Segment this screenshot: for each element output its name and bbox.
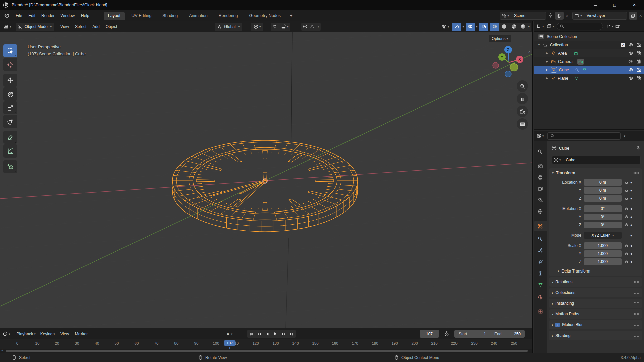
outliner-row-area[interactable]: ▶ Area bbox=[534, 49, 644, 57]
panel-drag-grip[interactable] bbox=[634, 313, 639, 315]
lock-icon[interactable] bbox=[624, 206, 629, 211]
use-preview-range-button[interactable] bbox=[442, 330, 452, 338]
new-collection-icon[interactable] bbox=[615, 24, 620, 29]
outliner-editor-type-button[interactable]: ▾ bbox=[535, 22, 545, 31]
jump-to-end-button[interactable] bbox=[287, 330, 296, 338]
gizmo-dropdown-chevron[interactable]: ▾ bbox=[462, 25, 464, 28]
shading-panel[interactable]: ›Shading bbox=[549, 331, 642, 340]
shading-rendered-button[interactable] bbox=[518, 23, 528, 31]
close-button[interactable]: × bbox=[625, 0, 644, 10]
menu-file[interactable]: File bbox=[13, 12, 25, 19]
tab-tool[interactable] bbox=[534, 147, 547, 157]
animate-dot[interactable]: ● bbox=[629, 196, 634, 200]
tool-transform[interactable] bbox=[3, 115, 17, 128]
expand-arrow-icon[interactable]: ▶ bbox=[545, 77, 549, 80]
instancing-panel[interactable]: ›Instancing bbox=[549, 299, 642, 308]
lock-icon[interactable] bbox=[624, 188, 629, 192]
minimize-button[interactable]: ─ bbox=[586, 0, 605, 10]
keying-menu[interactable]: Keying▾ bbox=[38, 330, 57, 338]
tab-geometry-nodes[interactable]: Geometry Nodes bbox=[245, 12, 285, 20]
tab-object-data[interactable] bbox=[534, 280, 547, 290]
animate-dot[interactable]: ● bbox=[629, 180, 634, 184]
editor-type-button[interactable]: ▾ bbox=[1, 23, 14, 31]
current-frame-badge[interactable]: 107 bbox=[224, 340, 235, 346]
animate-dot[interactable]: ● bbox=[629, 233, 634, 237]
outliner-row-plane[interactable]: ▶ Plane bbox=[534, 74, 644, 82]
outliner-row-scene-collection[interactable]: Scene Collection bbox=[534, 32, 644, 41]
tab-material[interactable] bbox=[534, 292, 547, 302]
frame-start-field[interactable]: Start1 bbox=[454, 330, 490, 338]
location-y-field[interactable]: 0 m bbox=[584, 187, 622, 194]
location-x-field[interactable]: 0 m bbox=[584, 179, 622, 186]
snap-to-icon[interactable] bbox=[281, 24, 286, 29]
delete-scene-icon[interactable]: × bbox=[566, 13, 568, 18]
current-frame-field[interactable]: 107 bbox=[420, 330, 439, 338]
tab-world[interactable] bbox=[534, 206, 547, 217]
outliner-row-collection[interactable]: ▼ Collection ✓ bbox=[534, 41, 644, 49]
render-visibility-icon[interactable] bbox=[636, 59, 641, 64]
shading-solid-button[interactable] bbox=[499, 23, 509, 31]
tool-select-box[interactable] bbox=[3, 44, 17, 57]
pan-view-button[interactable] bbox=[517, 93, 528, 104]
rotation-mode-dropdown[interactable]: XYZ Euler▾ bbox=[584, 232, 622, 239]
tool-add-cube[interactable] bbox=[3, 160, 17, 173]
animate-dot[interactable]: ● bbox=[629, 207, 634, 211]
tool-cursor[interactable] bbox=[3, 58, 17, 71]
motion-paths-panel[interactable]: ›Motion Paths bbox=[549, 309, 642, 319]
scene-name-field[interactable]: Scene bbox=[511, 12, 546, 20]
tab-uv-editing[interactable]: UV Editing bbox=[127, 12, 156, 20]
tab-object[interactable] bbox=[534, 221, 547, 231]
lock-icon[interactable] bbox=[624, 243, 629, 248]
lock-icon[interactable] bbox=[624, 223, 629, 227]
panel-drag-grip[interactable] bbox=[634, 281, 639, 283]
next-keyframe-button[interactable] bbox=[279, 330, 287, 338]
menu-edit[interactable]: Edit bbox=[25, 12, 38, 19]
tab-layout[interactable]: Layout bbox=[104, 12, 125, 20]
proportional-editing-icon[interactable] bbox=[303, 24, 308, 29]
animate-dot[interactable]: ● bbox=[629, 215, 634, 219]
camera-view-button[interactable] bbox=[517, 106, 528, 117]
render-visibility-icon[interactable] bbox=[636, 67, 641, 72]
lock-icon[interactable] bbox=[624, 180, 629, 184]
animate-dot[interactable]: ● bbox=[629, 223, 634, 227]
panel-drag-grip[interactable] bbox=[634, 302, 639, 305]
playback-menu[interactable]: Playback▾ bbox=[14, 330, 38, 338]
timeline-marker-menu[interactable]: Marker bbox=[72, 330, 91, 338]
blender-menu-icon[interactable] bbox=[3, 13, 10, 18]
tab-render[interactable] bbox=[534, 161, 547, 171]
viewport-menu-add[interactable]: Add bbox=[89, 23, 102, 31]
tab-output[interactable] bbox=[534, 172, 547, 182]
hide-eye-icon[interactable] bbox=[628, 42, 633, 47]
prev-keyframe-button[interactable] bbox=[255, 330, 263, 338]
outliner-filter-button[interactable]: ▾ bbox=[605, 22, 614, 31]
properties-search-input[interactable] bbox=[547, 132, 621, 140]
lock-icon[interactable] bbox=[624, 215, 629, 219]
hide-eye-icon[interactable] bbox=[628, 59, 633, 64]
menu-render[interactable]: Render bbox=[38, 12, 57, 19]
panel-drag-grip[interactable] bbox=[634, 291, 639, 294]
tool-move[interactable] bbox=[3, 74, 17, 87]
collection-checkbox[interactable]: ✓ bbox=[621, 43, 625, 47]
timeline-editor-type-button[interactable]: ▾ bbox=[1, 330, 12, 338]
rotation-x-field[interactable]: 0° bbox=[584, 205, 622, 212]
viewlayer-browse-button[interactable]: ▾ bbox=[572, 12, 584, 20]
falloff-chevron[interactable]: ▾ bbox=[318, 25, 319, 28]
navigation-gizmo[interactable]: Z Y X bbox=[490, 45, 531, 82]
overlays-dropdown-chevron[interactable]: ▾ bbox=[476, 25, 478, 28]
proportional-falloff-icon[interactable] bbox=[310, 24, 315, 29]
sidebar-collapse-icon[interactable]: ‹ bbox=[528, 49, 530, 55]
rotation-z-field[interactable]: 0° bbox=[584, 222, 622, 228]
outliner-row-camera[interactable]: ▶ Camera bbox=[534, 57, 644, 66]
tool-rotate[interactable] bbox=[3, 87, 17, 101]
scale-y-field[interactable]: 1.000 bbox=[584, 250, 622, 257]
menu-help[interactable]: Help bbox=[78, 12, 92, 19]
tab-physics[interactable] bbox=[534, 257, 547, 267]
new-viewlayer-button[interactable] bbox=[629, 12, 637, 20]
scale-z-field[interactable]: 1.000 bbox=[584, 258, 622, 265]
maximize-button[interactable]: □ bbox=[605, 0, 625, 10]
new-scene-button[interactable] bbox=[555, 12, 564, 20]
panel-drag-grip[interactable] bbox=[634, 334, 639, 337]
pivot-point-dropdown[interactable]: ▾ bbox=[251, 23, 263, 31]
viewport-menu-view[interactable]: View bbox=[57, 23, 72, 31]
viewport-menu-object[interactable]: Object bbox=[103, 23, 120, 31]
